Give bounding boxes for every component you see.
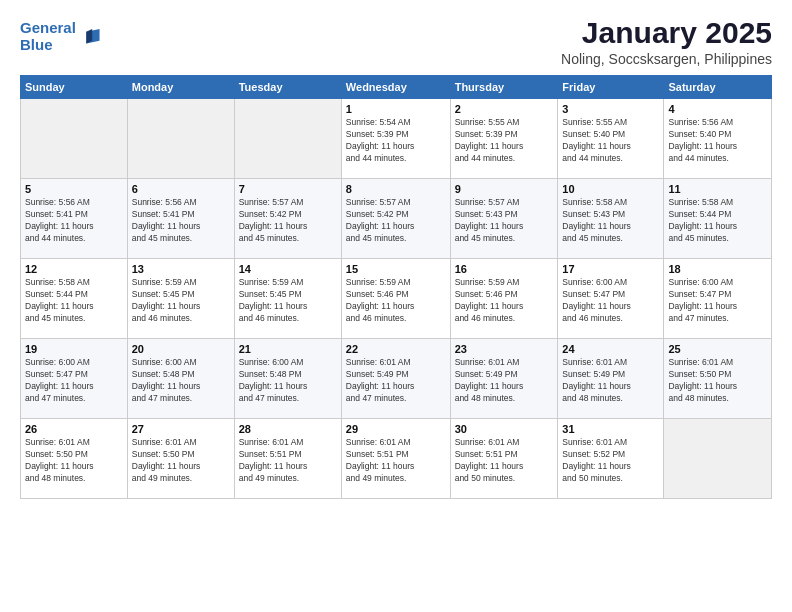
day-info: Sunrise: 5:56 AM Sunset: 5:41 PM Dayligh… (132, 197, 230, 245)
calendar-cell: 8Sunrise: 5:57 AM Sunset: 5:42 PM Daylig… (341, 179, 450, 259)
day-info: Sunrise: 6:00 AM Sunset: 5:48 PM Dayligh… (132, 357, 230, 405)
day-number: 31 (562, 423, 659, 435)
weekday-header-saturday: Saturday (664, 76, 772, 99)
logo: GeneralBlue (20, 20, 101, 53)
calendar-cell: 27Sunrise: 6:01 AM Sunset: 5:50 PM Dayli… (127, 419, 234, 499)
weekday-header-row: SundayMondayTuesdayWednesdayThursdayFrid… (21, 76, 772, 99)
day-info: Sunrise: 5:56 AM Sunset: 5:41 PM Dayligh… (25, 197, 123, 245)
day-info: Sunrise: 5:55 AM Sunset: 5:39 PM Dayligh… (455, 117, 554, 165)
day-number: 20 (132, 343, 230, 355)
calendar-cell: 17Sunrise: 6:00 AM Sunset: 5:47 PM Dayli… (558, 259, 664, 339)
day-number: 4 (668, 103, 767, 115)
calendar-cell (21, 99, 128, 179)
day-number: 8 (346, 183, 446, 195)
calendar-cell: 23Sunrise: 6:01 AM Sunset: 5:49 PM Dayli… (450, 339, 558, 419)
calendar-week-2: 5Sunrise: 5:56 AM Sunset: 5:41 PM Daylig… (21, 179, 772, 259)
day-number: 9 (455, 183, 554, 195)
day-info: Sunrise: 5:58 AM Sunset: 5:44 PM Dayligh… (25, 277, 123, 325)
day-info: Sunrise: 5:57 AM Sunset: 5:42 PM Dayligh… (239, 197, 337, 245)
day-info: Sunrise: 5:58 AM Sunset: 5:43 PM Dayligh… (562, 197, 659, 245)
day-number: 15 (346, 263, 446, 275)
calendar-cell: 5Sunrise: 5:56 AM Sunset: 5:41 PM Daylig… (21, 179, 128, 259)
calendar-subtitle: Noling, Soccsksargen, Philippines (561, 51, 772, 67)
day-info: Sunrise: 6:01 AM Sunset: 5:49 PM Dayligh… (455, 357, 554, 405)
day-number: 17 (562, 263, 659, 275)
calendar-cell: 3Sunrise: 5:55 AM Sunset: 5:40 PM Daylig… (558, 99, 664, 179)
calendar-week-4: 19Sunrise: 6:00 AM Sunset: 5:47 PM Dayli… (21, 339, 772, 419)
weekday-header-wednesday: Wednesday (341, 76, 450, 99)
day-number: 24 (562, 343, 659, 355)
day-info: Sunrise: 6:01 AM Sunset: 5:50 PM Dayligh… (25, 437, 123, 485)
calendar-cell: 10Sunrise: 5:58 AM Sunset: 5:43 PM Dayli… (558, 179, 664, 259)
day-number: 5 (25, 183, 123, 195)
day-info: Sunrise: 5:59 AM Sunset: 5:45 PM Dayligh… (239, 277, 337, 325)
day-number: 1 (346, 103, 446, 115)
day-number: 18 (668, 263, 767, 275)
weekday-header-monday: Monday (127, 76, 234, 99)
calendar-cell: 1Sunrise: 5:54 AM Sunset: 5:39 PM Daylig… (341, 99, 450, 179)
day-info: Sunrise: 5:58 AM Sunset: 5:44 PM Dayligh… (668, 197, 767, 245)
calendar-cell: 24Sunrise: 6:01 AM Sunset: 5:49 PM Dayli… (558, 339, 664, 419)
calendar-cell: 15Sunrise: 5:59 AM Sunset: 5:46 PM Dayli… (341, 259, 450, 339)
day-info: Sunrise: 6:01 AM Sunset: 5:49 PM Dayligh… (562, 357, 659, 405)
calendar-cell: 2Sunrise: 5:55 AM Sunset: 5:39 PM Daylig… (450, 99, 558, 179)
day-number: 11 (668, 183, 767, 195)
weekday-header-thursday: Thursday (450, 76, 558, 99)
day-number: 10 (562, 183, 659, 195)
calendar-week-1: 1Sunrise: 5:54 AM Sunset: 5:39 PM Daylig… (21, 99, 772, 179)
calendar-cell: 4Sunrise: 5:56 AM Sunset: 5:40 PM Daylig… (664, 99, 772, 179)
calendar-cell: 7Sunrise: 5:57 AM Sunset: 5:42 PM Daylig… (234, 179, 341, 259)
logo-text: GeneralBlue (20, 20, 76, 53)
day-info: Sunrise: 5:59 AM Sunset: 5:46 PM Dayligh… (346, 277, 446, 325)
calendar-week-5: 26Sunrise: 6:01 AM Sunset: 5:50 PM Dayli… (21, 419, 772, 499)
day-info: Sunrise: 5:55 AM Sunset: 5:40 PM Dayligh… (562, 117, 659, 165)
day-number: 6 (132, 183, 230, 195)
day-info: Sunrise: 6:01 AM Sunset: 5:51 PM Dayligh… (455, 437, 554, 485)
calendar-title: January 2025 (561, 16, 772, 49)
day-info: Sunrise: 5:59 AM Sunset: 5:46 PM Dayligh… (455, 277, 554, 325)
day-number: 26 (25, 423, 123, 435)
day-number: 25 (668, 343, 767, 355)
calendar-cell: 6Sunrise: 5:56 AM Sunset: 5:41 PM Daylig… (127, 179, 234, 259)
weekday-header-sunday: Sunday (21, 76, 128, 99)
calendar-cell: 20Sunrise: 6:00 AM Sunset: 5:48 PM Dayli… (127, 339, 234, 419)
day-number: 14 (239, 263, 337, 275)
day-number: 21 (239, 343, 337, 355)
day-number: 22 (346, 343, 446, 355)
calendar-cell: 13Sunrise: 5:59 AM Sunset: 5:45 PM Dayli… (127, 259, 234, 339)
day-info: Sunrise: 6:01 AM Sunset: 5:52 PM Dayligh… (562, 437, 659, 485)
day-info: Sunrise: 6:01 AM Sunset: 5:50 PM Dayligh… (668, 357, 767, 405)
day-number: 19 (25, 343, 123, 355)
day-info: Sunrise: 6:01 AM Sunset: 5:51 PM Dayligh… (346, 437, 446, 485)
calendar-table: SundayMondayTuesdayWednesdayThursdayFrid… (20, 75, 772, 499)
day-info: Sunrise: 5:54 AM Sunset: 5:39 PM Dayligh… (346, 117, 446, 165)
day-info: Sunrise: 6:00 AM Sunset: 5:47 PM Dayligh… (668, 277, 767, 325)
calendar-cell: 21Sunrise: 6:00 AM Sunset: 5:48 PM Dayli… (234, 339, 341, 419)
weekday-header-friday: Friday (558, 76, 664, 99)
day-info: Sunrise: 6:01 AM Sunset: 5:51 PM Dayligh… (239, 437, 337, 485)
header: GeneralBlue January 2025 Noling, Soccsks… (20, 16, 772, 67)
calendar-cell: 25Sunrise: 6:01 AM Sunset: 5:50 PM Dayli… (664, 339, 772, 419)
day-number: 13 (132, 263, 230, 275)
calendar-cell: 14Sunrise: 5:59 AM Sunset: 5:45 PM Dayli… (234, 259, 341, 339)
day-number: 30 (455, 423, 554, 435)
day-info: Sunrise: 6:01 AM Sunset: 5:50 PM Dayligh… (132, 437, 230, 485)
calendar-cell: 22Sunrise: 6:01 AM Sunset: 5:49 PM Dayli… (341, 339, 450, 419)
day-info: Sunrise: 6:00 AM Sunset: 5:47 PM Dayligh… (25, 357, 123, 405)
day-number: 28 (239, 423, 337, 435)
day-number: 3 (562, 103, 659, 115)
calendar-cell: 19Sunrise: 6:00 AM Sunset: 5:47 PM Dayli… (21, 339, 128, 419)
calendar-cell: 18Sunrise: 6:00 AM Sunset: 5:47 PM Dayli… (664, 259, 772, 339)
calendar-cell (234, 99, 341, 179)
day-number: 2 (455, 103, 554, 115)
day-number: 29 (346, 423, 446, 435)
calendar-cell: 11Sunrise: 5:58 AM Sunset: 5:44 PM Dayli… (664, 179, 772, 259)
calendar-cell: 16Sunrise: 5:59 AM Sunset: 5:46 PM Dayli… (450, 259, 558, 339)
day-info: Sunrise: 6:01 AM Sunset: 5:49 PM Dayligh… (346, 357, 446, 405)
day-number: 16 (455, 263, 554, 275)
calendar-page: GeneralBlue January 2025 Noling, Soccsks… (0, 0, 792, 612)
calendar-cell: 31Sunrise: 6:01 AM Sunset: 5:52 PM Dayli… (558, 419, 664, 499)
day-info: Sunrise: 5:59 AM Sunset: 5:45 PM Dayligh… (132, 277, 230, 325)
day-info: Sunrise: 5:57 AM Sunset: 5:42 PM Dayligh… (346, 197, 446, 245)
day-info: Sunrise: 5:57 AM Sunset: 5:43 PM Dayligh… (455, 197, 554, 245)
